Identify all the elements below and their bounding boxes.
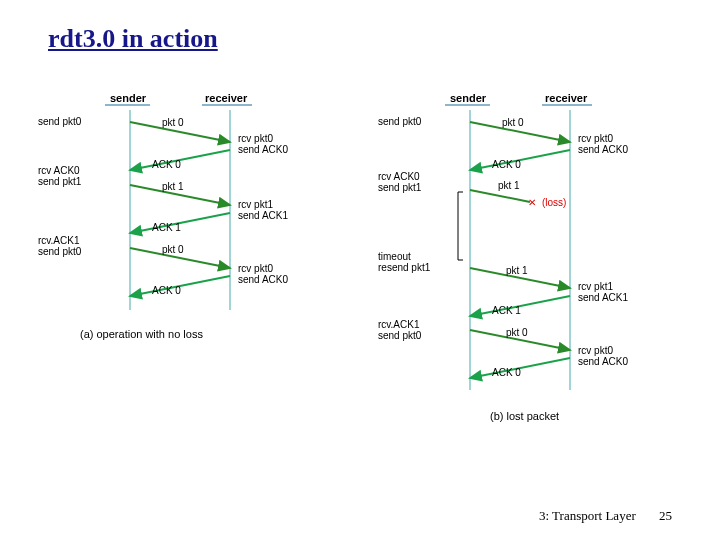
svg-text:sender: sender: [110, 92, 147, 104]
svg-text:ACK 0: ACK 0: [152, 285, 181, 296]
svg-text:ACK 0: ACK 0: [492, 159, 521, 170]
svg-text:rcv pkt1send ACK1: rcv pkt1send ACK1: [578, 281, 628, 303]
svg-text:pkt 0: pkt 0: [506, 327, 528, 338]
svg-text:rcv pkt0send ACK0: rcv pkt0send ACK0: [238, 263, 288, 285]
footer: 3: Transport Layer 25: [539, 508, 672, 524]
svg-text:rcv.ACK1send pkt0: rcv.ACK1send pkt0: [38, 235, 82, 257]
svg-text:(a) operation with no loss: (a) operation with no loss: [80, 328, 203, 340]
page-number: 25: [659, 508, 672, 523]
svg-text:rcv pkt1send ACK1: rcv pkt1send ACK1: [238, 199, 288, 221]
loss-x-icon: ✕: [528, 197, 536, 208]
svg-text:send pkt0: send pkt0: [378, 116, 422, 127]
svg-text:sender: sender: [450, 92, 487, 104]
svg-text:ACK 1: ACK 1: [492, 305, 521, 316]
svg-text:rcv ACK0send pkt1: rcv ACK0send pkt1: [378, 171, 422, 193]
svg-text:pkt 0: pkt 0: [162, 117, 184, 128]
svg-text:ACK 1: ACK 1: [152, 222, 181, 233]
svg-text:ACK 0: ACK 0: [152, 159, 181, 170]
svg-text:receiver: receiver: [205, 92, 248, 104]
svg-text:(loss): (loss): [542, 197, 566, 208]
svg-text:ACK 0: ACK 0: [492, 367, 521, 378]
svg-text:pkt 0: pkt 0: [162, 244, 184, 255]
svg-text:(b) lost packet: (b) lost packet: [490, 410, 559, 422]
page-title: rdt3.0 in action: [48, 24, 218, 54]
svg-text:rcv pkt0send ACK0: rcv pkt0send ACK0: [578, 345, 628, 367]
svg-text:pkt 1: pkt 1: [162, 181, 184, 192]
svg-text:rcv pkt0send ACK0: rcv pkt0send ACK0: [578, 133, 628, 155]
svg-text:pkt 1: pkt 1: [506, 265, 528, 276]
diagram-a: sender receiver pkt 0 ACK 0 pkt 1 ACK 1 …: [20, 80, 340, 360]
svg-line-35: [470, 190, 530, 202]
svg-text:timeoutresend pkt1: timeoutresend pkt1: [378, 251, 431, 273]
svg-text:pkt 1: pkt 1: [498, 180, 520, 191]
svg-text:receiver: receiver: [545, 92, 588, 104]
svg-text:rcv pkt0send ACK0: rcv pkt0send ACK0: [238, 133, 288, 155]
svg-text:pkt 0: pkt 0: [502, 117, 524, 128]
svg-text:rcv ACK0send pkt1: rcv ACK0send pkt1: [38, 165, 82, 187]
footer-section: 3: Transport Layer: [539, 508, 636, 523]
svg-text:send pkt0: send pkt0: [38, 116, 82, 127]
svg-text:rcv.ACK1send pkt0: rcv.ACK1send pkt0: [378, 319, 422, 341]
diagram-b: sender receiver pkt 0 ACK 0 pkt 1 ✕ (los…: [360, 80, 700, 440]
